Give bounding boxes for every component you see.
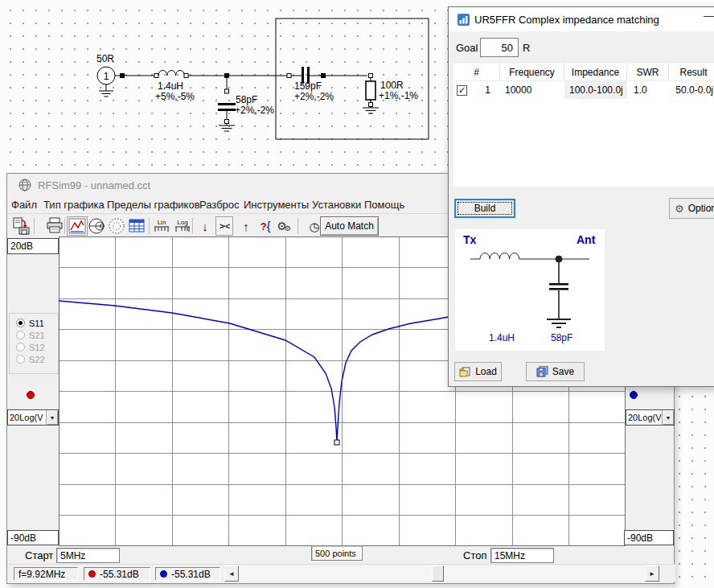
options-button[interactable]: ⚙ Options <box>669 198 714 219</box>
move-down-tool[interactable]: ↓ <box>195 216 215 236</box>
brace-icon: { <box>267 220 271 232</box>
row-impedance[interactable]: 100.0-100.0j <box>564 81 627 99</box>
save-tool[interactable] <box>11 216 31 236</box>
y-axis-bottom-right-field[interactable]: -90dB <box>624 530 674 545</box>
move-up-tool[interactable]: ↑ <box>236 216 256 236</box>
lin-label: Lin <box>158 220 166 226</box>
radio-s22[interactable]: S22 <box>16 353 58 365</box>
radio-s22-label: S22 <box>29 355 45 364</box>
gears-tool[interactable]: ⚙ ⚙ <box>274 216 293 236</box>
inductor-tolerance-label: +5%,-5% <box>155 91 195 102</box>
toolbar-separator <box>192 218 193 234</box>
component-help-tool[interactable]: ? { <box>256 216 275 236</box>
series-capacitor-tolerance-label: +2%,-2% <box>294 91 334 102</box>
menu-file[interactable]: Файл <box>11 199 37 211</box>
goal-unit-label: R <box>523 42 530 54</box>
options-label: Options <box>688 203 714 214</box>
radio-s21[interactable]: S21 <box>16 329 58 341</box>
save-button[interactable]: Save <box>526 362 585 381</box>
radio-s12-dot[interactable] <box>16 343 25 352</box>
red-marker-indicator[interactable] <box>27 391 35 399</box>
table-row[interactable]: ✓ 1 10000 100.0-100.0j 1.0 50.0-0.0j <box>453 81 714 99</box>
header-result[interactable]: Result <box>669 64 714 80</box>
load-button[interactable]: Load <box>454 362 502 381</box>
match-network-panel: Tx Ant 1.4uH 58pF <box>455 229 605 351</box>
source-id-label: 1 <box>104 71 109 82</box>
scrollbar-left-button[interactable]: ◄ <box>224 565 239 582</box>
menu-tools[interactable]: Инструменты <box>244 199 309 211</box>
red-marker-dot-icon <box>88 570 96 578</box>
header-frequency[interactable]: Frequency <box>500 64 564 80</box>
row-checkbox[interactable]: ✓ <box>457 85 467 96</box>
series-capacitor-value-label: 159pF <box>294 80 322 92</box>
build-button[interactable]: Build <box>454 199 515 218</box>
toolbar-separator <box>64 218 65 234</box>
table-view-tool[interactable] <box>127 216 146 236</box>
menu-settings[interactable]: Установки <box>312 199 361 211</box>
gear-small-icon: ⚙ <box>285 224 291 232</box>
sparam-radio-group: S11 S21 S12 S22 <box>9 313 59 374</box>
trace-min-marker[interactable] <box>334 440 339 445</box>
goal-input[interactable]: 50 <box>480 38 519 57</box>
scrollbar-right-button[interactable]: ► <box>645 565 659 582</box>
right-scale-dropdown[interactable]: 20Log(V ▼ <box>626 409 675 426</box>
menu-graph-type[interactable]: Тип графика <box>43 199 105 211</box>
match-points-table: # Frequency Impedance SWR Result ✓ 1 100… <box>453 64 714 187</box>
menu-graph-limits[interactable]: Пределы графиков <box>107 199 200 211</box>
start-input[interactable]: 5MHz <box>56 548 120 563</box>
header-swr[interactable]: SWR <box>627 64 669 80</box>
stop-input[interactable]: 15MHz <box>490 548 554 563</box>
blue-marker-value: -55.31dB <box>171 569 211 580</box>
shunt-capacitor-symbol[interactable] <box>218 73 236 131</box>
center-marker-tool[interactable]: >·< <box>215 216 233 236</box>
print-tool[interactable] <box>45 216 64 236</box>
toolbar-separator <box>34 218 35 234</box>
match-capacitor-value: 58pF <box>551 332 572 343</box>
stop-value: 15MHz <box>494 550 525 561</box>
menu-help[interactable]: Помощь <box>364 199 404 211</box>
clock-icon: ◷ <box>309 220 319 232</box>
header-impedance[interactable]: Impedance <box>564 64 627 80</box>
radio-s21-dot[interactable] <box>16 331 25 339</box>
radio-s22-dot[interactable] <box>16 355 25 364</box>
graph-view-tool[interactable] <box>67 216 88 236</box>
smith-chart-tool[interactable] <box>87 216 106 236</box>
inductor-symbol[interactable] <box>154 70 276 77</box>
shunt-capacitor-tolerance-label: +2%,-2% <box>235 105 274 116</box>
cursor-frequency-panel: f=9.92MHz <box>14 567 78 581</box>
radio-s12[interactable]: S12 <box>16 341 58 353</box>
minimize-button[interactable]: — <box>704 10 714 22</box>
row-frequency: 10000 <box>500 81 564 99</box>
scrollbar-thumb[interactable] <box>432 565 444 582</box>
log-scale-tool[interactable]: Log <box>173 216 192 236</box>
left-scale-dropdown[interactable]: 20Log(V ▼ <box>7 409 59 426</box>
load-label: Load <box>475 366 497 377</box>
desktop: 50R 1 1.4uH +5%,-5% 58pF +2%,-2% <box>0 0 714 588</box>
radio-s11[interactable]: S11 <box>16 317 58 329</box>
y-axis-bottom-value: -90dB <box>10 532 36 544</box>
arrow-up-icon: ↑ <box>243 220 249 232</box>
match-inductor-value: 1.4uH <box>489 332 515 343</box>
inductor-value-label: 1.4uH <box>158 80 183 92</box>
polar-chart-tool[interactable] <box>107 216 126 236</box>
scrollbar-track[interactable] <box>239 565 645 582</box>
right-scale-value: 20Log(V <box>626 410 662 425</box>
y-axis-top-field[interactable]: 20dB <box>7 238 59 254</box>
points-input[interactable]: 500 points <box>311 545 363 561</box>
load-resistor-value-label: 100R <box>380 80 404 91</box>
radio-s11-dot[interactable] <box>16 319 25 327</box>
rfsim99-app-icon <box>18 179 31 191</box>
match-capacitor-symbol <box>549 283 568 286</box>
lin-scale-tool[interactable]: Lin <box>152 216 171 236</box>
build-label: Build <box>474 203 496 214</box>
auto-match-button[interactable]: Auto Match <box>320 216 379 236</box>
y-axis-top-value: 20dB <box>10 241 33 252</box>
y-axis-bottom-field[interactable]: -90dB <box>7 530 59 545</box>
menu-spread[interactable]: Разброс <box>199 199 240 211</box>
dropdown-arrow-icon[interactable]: ▼ <box>46 410 58 425</box>
header-num[interactable]: # <box>453 64 500 80</box>
blue-marker-indicator[interactable] <box>630 391 638 399</box>
radio-s12-label: S12 <box>29 343 45 352</box>
row-num: 1 <box>467 84 500 96</box>
dropdown-arrow-icon[interactable]: ▼ <box>662 410 674 425</box>
